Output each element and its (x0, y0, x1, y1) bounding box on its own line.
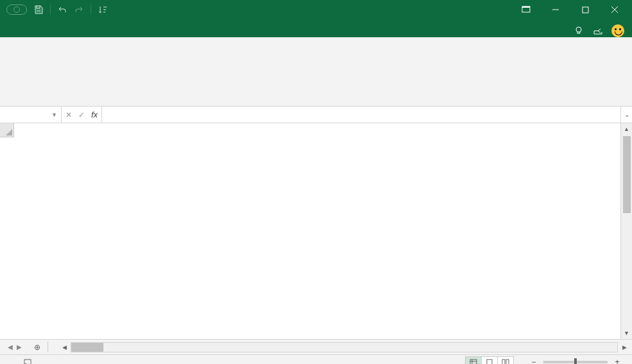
formula-bar: ▼ ✕ ✓ fx ⌄ (0, 107, 632, 123)
sheet-tab-bar: ◀ ▶ ⊕ ◀ ▶ (0, 339, 632, 354)
cancel-formula-icon[interactable]: ✕ (66, 110, 72, 119)
undo-icon[interactable] (57, 4, 67, 15)
sheet-nav-prev-icon[interactable]: ◀ (8, 343, 13, 351)
save-icon[interactable] (33, 4, 44, 15)
vertical-scrollbar[interactable]: ▲ ▼ (620, 123, 632, 339)
horizontal-scrollbar[interactable]: ◀ ▶ (57, 340, 632, 354)
svg-rect-10 (487, 360, 492, 364)
ribbon-tabs (0, 19, 632, 37)
scroll-thumb[interactable] (623, 136, 631, 213)
chevron-down-icon: ▼ (51, 112, 57, 118)
redo-icon[interactable] (74, 4, 84, 15)
scroll-down-icon[interactable]: ▼ (621, 327, 632, 339)
tell-me[interactable] (574, 26, 586, 35)
zoom-slider[interactable] (543, 361, 608, 363)
minimize-button[interactable] (541, 0, 570, 19)
autosave-toggle[interactable] (6, 4, 27, 15)
name-box[interactable]: ▼ (0, 107, 62, 123)
toggle-off-icon (13, 6, 20, 13)
svg-point-4 (576, 27, 581, 32)
spreadsheet-grid: ▲ ▼ (0, 123, 632, 339)
ribbon (0, 37, 632, 107)
status-bar: − + (0, 354, 632, 364)
svg-rect-12 (506, 360, 509, 364)
macro-record-icon[interactable] (23, 358, 32, 364)
expand-formula-bar[interactable]: ⌄ (620, 107, 632, 123)
zoom-out-button[interactable]: − (529, 358, 538, 364)
view-page-break-icon[interactable] (497, 356, 514, 364)
close-button[interactable] (600, 0, 629, 19)
formula-input[interactable] (102, 107, 620, 123)
sheet-nav-next-icon[interactable]: ▶ (17, 343, 22, 351)
view-normal-icon[interactable] (465, 356, 482, 364)
ribbon-options-icon[interactable] (511, 0, 541, 19)
scroll-up-icon[interactable]: ▲ (621, 123, 632, 135)
select-all-corner[interactable] (0, 123, 14, 137)
svg-rect-3 (583, 7, 588, 13)
maximize-button[interactable] (570, 0, 600, 19)
view-page-layout-icon[interactable] (481, 356, 498, 364)
sort-icon[interactable] (98, 4, 108, 15)
title-bar (0, 0, 632, 19)
svg-rect-1 (522, 6, 530, 8)
svg-rect-11 (502, 360, 505, 364)
new-sheet-button[interactable]: ⊕ (30, 340, 45, 354)
svg-rect-5 (24, 360, 31, 364)
share-icon[interactable] (593, 26, 604, 35)
enter-formula-icon[interactable]: ✓ (78, 110, 85, 119)
lightbulb-icon (574, 26, 583, 35)
zoom-in-button[interactable]: + (613, 358, 622, 364)
fx-icon[interactable]: fx (91, 110, 98, 119)
feedback-smiley-icon[interactable] (611, 24, 624, 37)
